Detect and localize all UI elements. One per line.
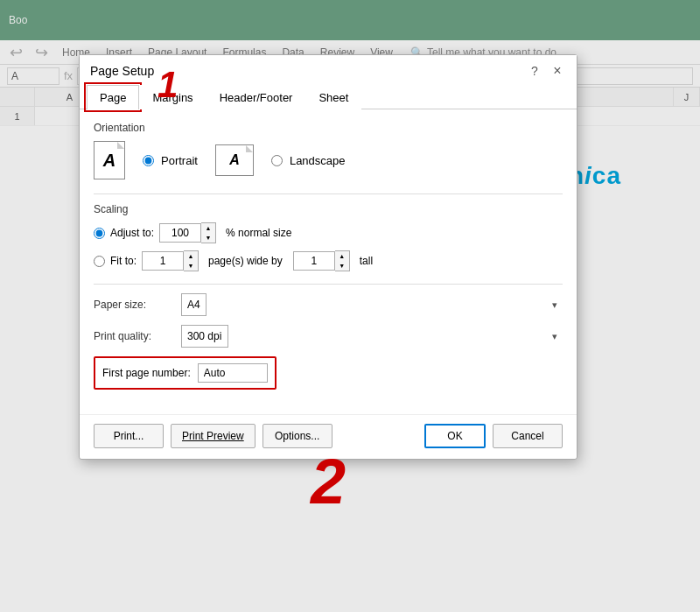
unica-i: i bbox=[584, 162, 592, 189]
landscape-icon: A bbox=[215, 144, 254, 176]
print-quality-row: Print quality: 300 dpi bbox=[94, 325, 563, 348]
cancel-button[interactable]: Cancel bbox=[493, 424, 563, 448]
landscape-radio[interactable] bbox=[271, 155, 283, 166]
adjust-radio[interactable] bbox=[94, 228, 105, 239]
adjust-value-input[interactable] bbox=[159, 223, 201, 243]
tab-page[interactable]: Page bbox=[87, 85, 139, 109]
fit-tall-suffix: tall bbox=[360, 255, 373, 267]
fit-tall-spin-buttons: ▲ ▼ bbox=[335, 250, 350, 271]
portrait-icon: A bbox=[94, 141, 125, 179]
adjust-label: Adjust to: bbox=[110, 227, 154, 239]
print-quality-select-wrapper: 300 dpi bbox=[181, 325, 563, 348]
print-quality-select[interactable]: 300 dpi bbox=[181, 325, 228, 348]
landscape-corner bbox=[246, 145, 253, 152]
footer-left-buttons: Print... Print Preview Options... bbox=[94, 424, 332, 448]
fit-tall-input[interactable] bbox=[293, 251, 335, 271]
paper-size-row: Paper size: A4 bbox=[94, 293, 563, 316]
divider-1 bbox=[94, 193, 563, 194]
adjust-spin-buttons: ▲ ▼ bbox=[201, 222, 216, 243]
portrait-label-text: Portrait bbox=[161, 154, 198, 167]
dialog-close-button[interactable]: × bbox=[549, 62, 566, 80]
fit-tall-up[interactable]: ▲ bbox=[335, 251, 349, 261]
adjust-suffix: % normal size bbox=[226, 227, 291, 239]
footer-right-buttons: OK Cancel bbox=[424, 424, 563, 448]
dialog-help-button[interactable]: ? bbox=[526, 62, 543, 80]
landscape-option: Landscape bbox=[271, 154, 346, 167]
dialog-titlebar: Page Setup ? × bbox=[80, 55, 577, 85]
page-setup-dialog: Page Setup ? × Page Margins Header/Foote… bbox=[79, 54, 578, 460]
fit-pages-up[interactable]: ▲ bbox=[184, 251, 198, 261]
adjust-down-button[interactable]: ▼ bbox=[201, 233, 215, 243]
print-button[interactable]: Print... bbox=[94, 424, 164, 448]
scaling-section: Scaling Adjust to: ▲ ▼ % normal size Fit… bbox=[94, 203, 563, 271]
landscape-letter: A bbox=[229, 152, 240, 168]
print-preview-button[interactable]: Print Preview bbox=[171, 424, 256, 448]
fit-pages-input[interactable] bbox=[142, 251, 184, 271]
tab-margins[interactable]: Margins bbox=[139, 85, 206, 109]
print-quality-label: Print quality: bbox=[94, 330, 181, 342]
tab-bar: Page Margins Header/Footer Sheet bbox=[80, 85, 577, 109]
landscape-label-text: Landscape bbox=[290, 154, 346, 167]
first-page-label: First page number: bbox=[102, 367, 191, 379]
tab-sheet[interactable]: Sheet bbox=[305, 85, 361, 109]
portrait-letter: A bbox=[103, 151, 116, 171]
orientation-label: Orientation bbox=[94, 122, 563, 134]
ok-button[interactable]: OK bbox=[424, 424, 486, 448]
options-button[interactable]: Options... bbox=[262, 424, 332, 448]
adjust-up-button[interactable]: ▲ bbox=[201, 223, 215, 233]
paper-size-select-wrapper: A4 bbox=[181, 293, 563, 316]
fit-tall-down[interactable]: ▼ bbox=[335, 261, 349, 271]
scaling-label: Scaling bbox=[94, 203, 563, 215]
unica-c: c bbox=[592, 162, 607, 189]
fit-pages-spin: ▲ ▼ bbox=[142, 250, 199, 271]
paper-size-label: Paper size: bbox=[94, 299, 181, 311]
portrait-corner bbox=[117, 142, 124, 149]
fit-pages-spin-buttons: ▲ ▼ bbox=[184, 250, 199, 271]
fit-pages-down[interactable]: ▼ bbox=[184, 261, 198, 271]
first-page-number-section: First page number: bbox=[94, 356, 276, 390]
fit-tall-spin: ▲ ▼ bbox=[293, 250, 350, 271]
fit-row: Fit to: ▲ ▼ page(s) wide by ▲ ▼ ta bbox=[94, 250, 563, 271]
first-page-input[interactable] bbox=[198, 363, 268, 383]
paper-size-select[interactable]: A4 bbox=[181, 293, 206, 316]
dialog-title: Page Setup bbox=[90, 64, 154, 78]
portrait-option: Portrait bbox=[143, 154, 198, 167]
adjust-spin: ▲ ▼ bbox=[159, 222, 216, 243]
unica-a: a bbox=[606, 162, 621, 189]
print-preview-label: Print Preview bbox=[182, 430, 244, 442]
portrait-radio[interactable] bbox=[143, 155, 154, 166]
orientation-row: A Portrait A Landscape bbox=[94, 141, 563, 179]
dialog-footer: Print... Print Preview Options... OK Can… bbox=[80, 414, 577, 459]
fit-label: Fit to: bbox=[110, 255, 136, 267]
dialog-controls: ? × bbox=[526, 62, 566, 80]
fit-pages-suffix: page(s) wide by bbox=[208, 255, 283, 267]
fit-radio[interactable] bbox=[94, 256, 105, 267]
adjust-row: Adjust to: ▲ ▼ % normal size bbox=[94, 222, 563, 243]
dialog-body: Orientation A Portrait A Landscape bbox=[80, 109, 577, 414]
divider-2 bbox=[94, 284, 563, 285]
tab-header-footer[interactable]: Header/Footer bbox=[206, 85, 306, 109]
